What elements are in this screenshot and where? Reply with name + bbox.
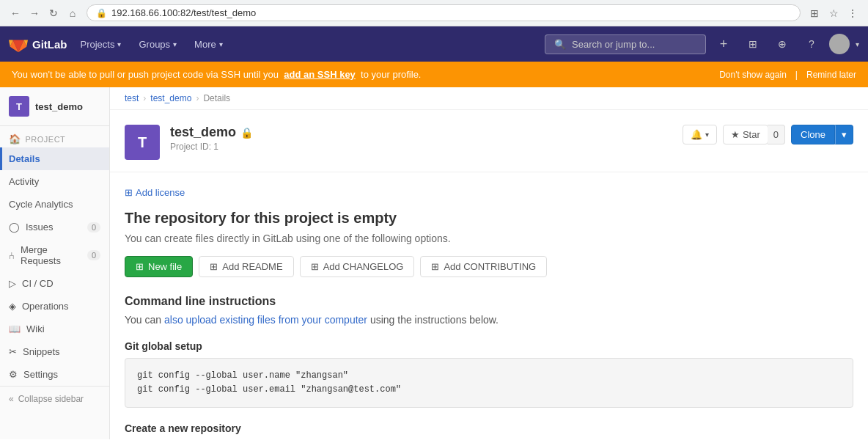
add-changelog-label: Add CHANGELOG bbox=[323, 261, 404, 272]
merge-requests-label: Merge Requests bbox=[21, 244, 81, 266]
new-item-btn[interactable]: + bbox=[712, 32, 735, 56]
new-file-btn[interactable]: ⊞ New file bbox=[125, 256, 193, 277]
collapse-sidebar-btn[interactable]: « Collapse sidebar bbox=[0, 386, 109, 411]
bookmark-button[interactable]: ☆ bbox=[825, 5, 842, 21]
sidebar-item-snippets[interactable]: ✂ Snippets bbox=[0, 340, 109, 363]
notification-btn[interactable]: 🔔 ▾ bbox=[683, 125, 717, 144]
back-button[interactable]: ← bbox=[7, 5, 23, 21]
git-global-title: Git global setup bbox=[125, 340, 853, 352]
add-license-icon: ⊞ bbox=[125, 187, 133, 198]
groups-chevron: ▾ bbox=[173, 40, 177, 48]
collapse-chevron-icon: « bbox=[9, 394, 14, 404]
project-actions: 🔔 ▾ ★ Star 0 Clone ▾ bbox=[683, 125, 853, 144]
project-content: ⊞ Add license The repository for this pr… bbox=[110, 172, 868, 439]
clone-dropdown-btn[interactable]: ▾ bbox=[835, 125, 853, 144]
add-changelog-btn[interactable]: ⊞ Add CHANGELOG bbox=[300, 256, 415, 277]
sidebar-item-cycle-analytics[interactable]: Cycle Analytics bbox=[0, 193, 109, 216]
project-initial: T bbox=[138, 134, 147, 151]
cli-desc-post: using the instructions below. bbox=[370, 314, 499, 326]
add-readme-label: Add README bbox=[222, 261, 282, 272]
star-group: ★ Star 0 bbox=[723, 125, 785, 144]
operations-label: Operations bbox=[22, 301, 69, 312]
sidebar-item-wiki[interactable]: 📖 Wiki bbox=[0, 318, 109, 340]
menu-button[interactable]: ⋮ bbox=[845, 5, 861, 21]
merge-requests-badge: 0 bbox=[87, 250, 100, 260]
sidebar-item-activity[interactable]: Activity bbox=[0, 170, 109, 193]
add-license-btn[interactable]: ⊞ Add license bbox=[125, 187, 853, 198]
forward-button[interactable]: → bbox=[26, 5, 43, 21]
star-btn[interactable]: ★ Star bbox=[723, 125, 768, 144]
sidebar-item-merge-requests[interactable]: ⑃ Merge Requests 0 bbox=[0, 238, 109, 272]
ssh-message-pre: You won't be able to pull or push projec… bbox=[12, 69, 279, 80]
notification-icon: 🔔 bbox=[691, 129, 702, 140]
ssh-banner-message: You won't be able to pull or push projec… bbox=[12, 69, 421, 80]
empty-repo-title: The repository for this project is empty bbox=[125, 210, 853, 227]
address-bar[interactable]: 🔒 192.168.66.100:82/test/test_demo bbox=[87, 4, 801, 21]
new-repo-title: Create a new repository bbox=[125, 422, 853, 434]
user-avatar-btn[interactable] bbox=[829, 34, 850, 54]
collapse-label: Collapse sidebar bbox=[18, 394, 84, 404]
readme-icon: ⊞ bbox=[210, 261, 218, 272]
sidebar-item-ci-cd[interactable]: ▷ CI / CD bbox=[0, 272, 109, 295]
gitlab-logo-icon bbox=[9, 34, 28, 54]
star-label: Star bbox=[743, 129, 760, 140]
merge-btn[interactable]: ⊕ bbox=[770, 32, 794, 56]
project-info: T test_demo 🔒 Project ID: 1 bbox=[125, 125, 253, 160]
issues-badge: 0 bbox=[87, 222, 100, 233]
snippets-label: Snippets bbox=[23, 346, 60, 357]
project-id: Project ID: 1 bbox=[170, 142, 253, 152]
ssh-warning-banner: You won't be able to pull or push projec… bbox=[0, 62, 868, 87]
home-button[interactable]: ⌂ bbox=[65, 5, 81, 21]
browser-nav-buttons: ← → ↻ ⌂ bbox=[7, 5, 81, 21]
wiki-label: Wiki bbox=[26, 323, 45, 334]
more-label: More bbox=[194, 39, 216, 50]
groups-menu-btn[interactable]: Groups ▾ bbox=[131, 34, 184, 54]
reload-button[interactable]: ↻ bbox=[45, 5, 62, 21]
sidebar-user-initial: T bbox=[16, 101, 22, 112]
more-menu-btn[interactable]: More ▾ bbox=[187, 34, 230, 54]
sidebar-item-operations[interactable]: ◈ Operations bbox=[0, 295, 109, 318]
snippets-icon: ✂ bbox=[9, 346, 17, 357]
sidebar-item-settings[interactable]: ⚙ Settings bbox=[0, 363, 109, 386]
breadcrumb-test[interactable]: test bbox=[125, 93, 139, 103]
commits-btn[interactable]: ⊞ bbox=[741, 32, 765, 56]
help-btn[interactable]: ? bbox=[800, 32, 823, 56]
new-file-label: New file bbox=[148, 261, 182, 272]
project-name-text: test_demo bbox=[170, 125, 236, 140]
search-box[interactable]: 🔍 Search or jump to... bbox=[545, 34, 706, 54]
add-contributing-btn[interactable]: ⊞ Add CONTRIBUTING bbox=[420, 256, 547, 277]
operations-icon: ◈ bbox=[9, 301, 16, 312]
add-license-label: Add license bbox=[136, 187, 185, 198]
remind-later-btn[interactable]: Remind later bbox=[806, 70, 856, 80]
cli-desc: You can also upload existing files from … bbox=[125, 314, 853, 326]
upload-files-link[interactable]: also upload existing files from your com… bbox=[164, 314, 367, 326]
banner-divider: | bbox=[795, 70, 798, 80]
project-section-label: Project bbox=[26, 135, 66, 144]
clone-btn[interactable]: Clone bbox=[791, 125, 835, 144]
star-icon: ★ bbox=[731, 129, 740, 140]
add-readme-btn[interactable]: ⊞ Add README bbox=[199, 256, 293, 277]
sidebar-item-details[interactable]: Details bbox=[0, 147, 109, 170]
extensions-button[interactable]: ⊞ bbox=[806, 5, 823, 21]
issues-icon: ◯ bbox=[9, 222, 20, 233]
breadcrumb-test-demo[interactable]: test_demo bbox=[150, 93, 191, 103]
projects-menu-btn[interactable]: Projects ▾ bbox=[73, 34, 129, 54]
groups-label: Groups bbox=[139, 39, 170, 50]
lock-icon: 🔒 bbox=[240, 127, 253, 139]
ci-cd-label: CI / CD bbox=[22, 278, 54, 289]
sidebar-item-issues[interactable]: ◯ Issues 0 bbox=[0, 216, 109, 238]
projects-chevron: ▾ bbox=[117, 40, 121, 48]
url-text: 192.168.66.100:82/test/test_demo bbox=[111, 7, 256, 18]
breadcrumb-sep-2: › bbox=[196, 93, 199, 103]
project-header: T test_demo 🔒 Project ID: 1 🔔 ▾ bbox=[110, 110, 868, 172]
cycle-analytics-label: Cycle Analytics bbox=[9, 199, 73, 210]
details-label: Details bbox=[9, 153, 40, 164]
user-chevron: ▾ bbox=[856, 40, 859, 48]
gitlab-nav: GitLab Projects ▾ Groups ▾ More ▾ 🔍 Sear… bbox=[0, 26, 868, 62]
project-section-icon: 🏠 bbox=[9, 133, 21, 144]
dont-show-again-btn[interactable]: Don't show again bbox=[719, 70, 787, 80]
ssh-key-link[interactable]: add an SSH key bbox=[284, 69, 356, 80]
settings-label: Settings bbox=[23, 369, 58, 380]
gitlab-logo[interactable]: GitLab bbox=[9, 34, 67, 54]
content-area: test › test_demo › Details T test_demo 🔒… bbox=[110, 87, 868, 439]
